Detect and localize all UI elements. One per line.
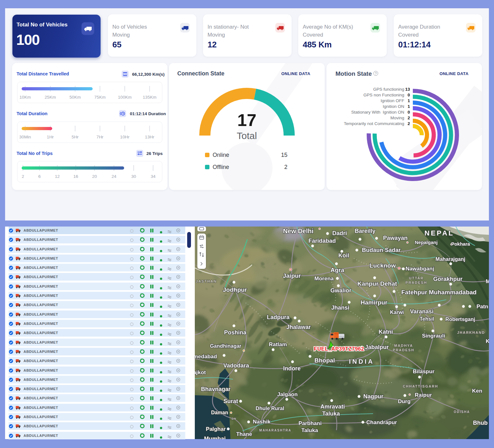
svg-text:Maharajganj: Maharajganj [435, 256, 465, 262]
svg-text:Budaun Sadar: Budaun Sadar [362, 247, 401, 253]
svg-text:Varanasi: Varanasi [410, 308, 434, 315]
svg-text:Fatehpur Muhammadabad: Fatehpur Muhammadabad [401, 289, 476, 296]
svg-text:Daman: Daman [211, 410, 228, 415]
svg-text:Kar: Kar [486, 338, 489, 344]
svg-text:Jalgaon: Jalgaon [277, 391, 298, 397]
svg-text:Surat: Surat [223, 398, 238, 404]
svg-text:CHHATTISGARH: CHHATTISGARH [403, 384, 438, 388]
svg-text:Karwi: Karwi [390, 310, 404, 315]
svg-text:NEPAL: NEPAL [425, 229, 454, 237]
svg-text:Jabalpur: Jabalpur [365, 344, 389, 350]
svg-text:FUEL_AP39TZ7962: FUEL_AP39TZ7962 [314, 346, 364, 352]
svg-text:Jhalawar: Jhalawar [286, 324, 311, 330]
svg-text:Ladpura: Ladpura [267, 314, 290, 320]
svg-text:ajkot: ajkot [195, 369, 206, 375]
svg-text:Durg: Durg [398, 398, 411, 404]
svg-text:Raipur: Raipur [415, 392, 432, 398]
svg-text:INDIA: INDIA [349, 358, 374, 365]
svg-text:Faridabad: Faridabad [308, 238, 336, 244]
svg-text:Nashik: Nashik [253, 419, 271, 425]
svg-text:Nepalganj: Nepalganj [415, 240, 438, 245]
svg-text:ODISHA: ODISHA [454, 410, 470, 414]
svg-text:Singrauli: Singrauli [422, 333, 445, 339]
svg-text:Patn: Patn [476, 304, 488, 310]
svg-text:Ratlam: Ratlam [269, 341, 287, 347]
svg-text:Parbhani: Parbhani [299, 420, 322, 426]
svg-text:Morena: Morena [314, 276, 334, 282]
svg-text:Bilaspur: Bilaspur [413, 368, 434, 374]
svg-text:Ken: Ken [472, 388, 482, 394]
svg-text:Bareilly: Bareilly [355, 228, 375, 234]
svg-text:Gandhinagar: Gandhinagar [210, 343, 242, 349]
svg-text:Robertsganj: Robertsganj [445, 317, 475, 322]
svg-text:Chandrapur: Chandrapur [366, 419, 397, 425]
svg-text:Dadri: Dadri [332, 230, 347, 236]
svg-text:JASTHAN: JASTHAN [196, 279, 217, 283]
svg-text:Indore: Indore [283, 365, 300, 372]
svg-text:Nagpur: Nagpur [363, 393, 384, 400]
svg-text:Bhub: Bhub [473, 420, 488, 426]
svg-text:Vadodara: Vadodara [223, 362, 249, 369]
svg-text:Thane: Thane [236, 431, 252, 437]
svg-text:Bhavnagar: Bhavnagar [201, 386, 230, 392]
svg-text:Agra: Agra [330, 267, 344, 273]
svg-text:Koil: Koil [338, 252, 349, 259]
svg-text:Taluka: Taluka [322, 410, 340, 417]
svg-text:Mus: Mus [486, 278, 489, 284]
svg-text:Lucknow: Lucknow [370, 262, 396, 269]
svg-text:Gorakhpur: Gorakhpur [433, 276, 462, 282]
svg-text:Bhopal: Bhopal [314, 357, 335, 364]
svg-text:Jaipur: Jaipur [283, 272, 301, 279]
svg-text:UTTAR: UTTAR [409, 276, 424, 280]
svg-text:Nawabganj: Nawabganj [406, 266, 434, 272]
svg-text:MAHARASHTRA: MAHARASHTRA [259, 429, 292, 432]
svg-text:Katni: Katni [379, 329, 393, 335]
svg-text:Poshina: Poshina [224, 329, 247, 336]
svg-text:Jodhpur: Jodhpur [223, 286, 247, 293]
svg-text:Taluka: Taluka [301, 427, 318, 433]
svg-text:Amravati: Amravati [320, 403, 345, 410]
svg-text:Tehsil: Tehsil [420, 316, 434, 322]
svg-text:Gwalior: Gwalior [330, 287, 351, 294]
svg-text:JHARKHAND: JHARKHAND [457, 331, 485, 334]
svg-text:Hamirpur: Hamirpur [361, 299, 388, 306]
svg-text:New Delhi: New Delhi [283, 228, 314, 234]
svg-text:Dhule Rural: Dhule Rural [256, 406, 284, 411]
svg-text:Palghar: Palghar [206, 426, 226, 432]
svg-text:DN: DN [232, 417, 236, 420]
svg-text:medabad: medabad [195, 354, 217, 360]
svg-text:PRADESH: PRADESH [406, 281, 427, 284]
svg-text:Pokhara: Pokhara [451, 241, 470, 247]
svg-text:PRADESH: PRADESH [393, 348, 414, 352]
svg-text:Pawayan: Pawayan [383, 235, 407, 241]
svg-text:Jhansi: Jhansi [331, 304, 349, 311]
svg-text:Kanpur Dehat: Kanpur Dehat [357, 280, 397, 287]
svg-text:Mumbai: Mumbai [204, 436, 226, 439]
svg-text:MADHYA: MADHYA [394, 344, 413, 347]
